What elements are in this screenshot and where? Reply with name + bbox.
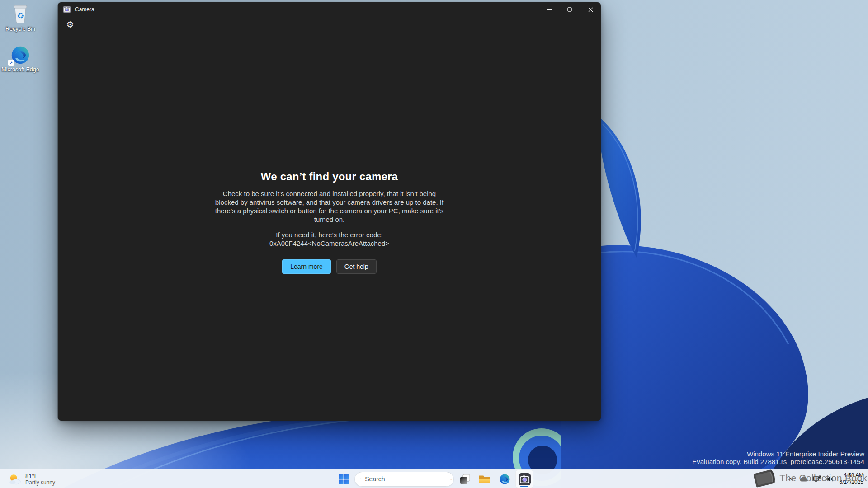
weather-condition: Partly sunny <box>25 479 55 486</box>
edge-icon <box>499 474 510 485</box>
close-icon <box>588 7 593 12</box>
tray-overflow-button[interactable] <box>786 473 795 485</box>
network-tray-button[interactable] <box>812 473 821 485</box>
shortcut-arrow-icon: ↗ <box>8 60 14 66</box>
cloud-icon <box>799 476 808 482</box>
volume-tray-button[interactable] <box>826 473 835 485</box>
camera-error-panel: We can’t find your camera Check to be su… <box>58 170 601 274</box>
error-code-intro: If you need it, here’s the error code: <box>58 230 601 239</box>
search-input[interactable] <box>365 475 447 483</box>
learn-more-button[interactable]: Learn more <box>282 259 331 274</box>
windows-eval-watermark: Windows 11 Enterprise Insider Preview Ev… <box>692 450 864 465</box>
close-button[interactable] <box>580 2 601 17</box>
clock-date: 6/14/2025 <box>840 479 863 486</box>
maximize-button[interactable] <box>559 2 580 17</box>
network-icon <box>813 475 821 483</box>
window-titlebar[interactable]: Camera <box>58 2 601 17</box>
edge-taskbar-button[interactable] <box>495 470 514 488</box>
weather-widget[interactable]: 81°F Partly sunny <box>5 469 59 488</box>
file-explorer-icon <box>478 474 491 484</box>
search-icon <box>360 475 361 483</box>
camera-app-window: Camera ⚙ We can’t find your camera Check… <box>58 2 601 421</box>
bing-daily-image[interactable] <box>450 473 452 485</box>
minimize-button[interactable] <box>538 2 559 17</box>
error-heading: We can’t find your camera <box>58 170 601 183</box>
partly-sunny-icon <box>8 473 22 485</box>
start-button[interactable] <box>335 470 353 488</box>
taskbar-search-box[interactable] <box>354 472 454 487</box>
error-code-value: 0xA00F4244<NoCamerasAreAttached> <box>58 239 601 248</box>
active-app-indicator <box>520 486 528 487</box>
chevron-up-icon <box>788 476 793 482</box>
eval-watermark-line1: Windows 11 Enterprise Insider Preview <box>692 450 864 458</box>
onedrive-tray-button[interactable] <box>799 473 808 485</box>
desktop-icon-label: Recycle Bin <box>1 26 40 33</box>
camera-icon <box>519 473 531 485</box>
maximize-icon <box>567 7 572 12</box>
clock-widget[interactable]: 4:58 AM 6/14/2025 <box>840 472 863 486</box>
taskbar: 81°F Partly sunny <box>0 469 868 488</box>
clock-time: 4:58 AM <box>840 472 863 479</box>
file-explorer-button[interactable] <box>476 470 494 488</box>
camera-settings-button[interactable]: ⚙ <box>64 19 76 30</box>
eval-watermark-line2: Evaluation copy. Build 27881.rs_prerelea… <box>692 458 864 465</box>
desktop-icon-label: Microsoft Edge <box>1 66 40 73</box>
window-title: Camera <box>75 6 94 13</box>
desktop-icon-recycle-bin[interactable]: ♻ Recycle Bin <box>1 4 40 33</box>
windows-logo-icon <box>339 474 349 484</box>
get-help-button[interactable]: Get help <box>336 259 377 274</box>
minimize-icon <box>547 7 552 12</box>
speaker-icon <box>826 476 834 482</box>
edge-icon: ↗ <box>1 45 40 65</box>
task-view-button[interactable] <box>456 470 474 488</box>
recycle-bin-icon: ♻ <box>1 4 40 24</box>
error-body-text: Check to be sure it’s connected and inst… <box>212 189 448 224</box>
svg-text:♻: ♻ <box>17 11 24 20</box>
camera-app-icon <box>63 6 71 13</box>
task-view-icon <box>459 474 471 485</box>
desktop-icon-microsoft-edge[interactable]: ↗ Microsoft Edge <box>1 45 40 73</box>
weather-temperature: 81°F <box>25 473 55 479</box>
camera-taskbar-button[interactable] <box>515 470 533 488</box>
